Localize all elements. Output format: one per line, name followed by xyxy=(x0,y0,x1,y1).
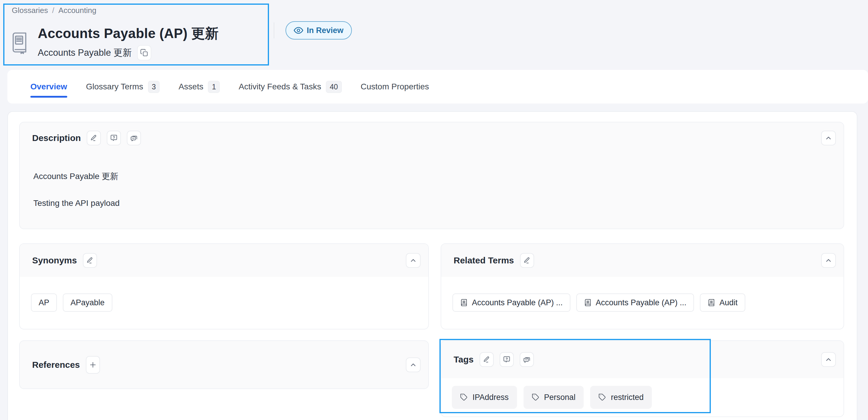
related-term-chip[interactable]: Accounts Payable (AP) ... xyxy=(453,294,570,312)
tag-label: Personal xyxy=(544,393,576,402)
comments-button[interactable] xyxy=(127,131,141,145)
term-book-icon xyxy=(460,299,468,306)
synonym-chip[interactable]: AP xyxy=(31,294,57,312)
status-badge[interactable]: In Review xyxy=(285,21,352,39)
term-book-icon xyxy=(584,299,592,306)
tags-title: Tags xyxy=(454,355,474,365)
request-question-button[interactable] xyxy=(500,352,514,367)
edit-synonyms-button[interactable] xyxy=(83,253,97,268)
tag-chip[interactable]: IPAddress xyxy=(452,386,517,409)
edit-tags-button[interactable] xyxy=(479,352,494,367)
collapse-description-button[interactable] xyxy=(821,131,836,145)
tab-count-badge: 40 xyxy=(326,81,342,93)
tab-label: Overview xyxy=(30,82,67,91)
references-card: References xyxy=(19,340,429,389)
tag-icon xyxy=(460,393,468,401)
breadcrumb-accounting[interactable]: Accounting xyxy=(58,6,96,15)
add-reference-button[interactable] xyxy=(86,356,100,374)
related-terms-title: Related Terms xyxy=(454,256,514,266)
related-term-chip[interactable]: Accounts Payable (AP) ... xyxy=(576,294,694,312)
header-divider xyxy=(274,22,274,38)
description-title: Description xyxy=(32,133,81,143)
related-term-label: Audit xyxy=(719,298,738,307)
breadcrumb-separator: / xyxy=(52,6,54,15)
breadcrumb: Glossaries / Accounting xyxy=(12,6,96,15)
synonym-chip[interactable]: APayable xyxy=(63,294,112,312)
overview-panel: Description xyxy=(7,111,857,420)
collapse-related-terms-button[interactable] xyxy=(821,253,836,268)
collapse-tags-button[interactable] xyxy=(821,352,836,367)
tab-activity-feeds-tasks[interactable]: Activity Feeds & Tasks 40 xyxy=(239,70,342,103)
tag-chip[interactable]: restricted xyxy=(590,386,652,409)
tab-count-badge: 3 xyxy=(148,81,160,93)
collapse-references-button[interactable] xyxy=(406,357,421,372)
tab-assets[interactable]: Assets 1 xyxy=(179,70,220,103)
request-question-button[interactable] xyxy=(107,131,121,145)
description-paragraph: Testing the API payload xyxy=(33,199,830,208)
tab-count-badge: 1 xyxy=(208,81,220,93)
synonyms-title: Synonyms xyxy=(32,256,77,266)
related-term-chip[interactable]: Audit xyxy=(700,294,745,312)
page-subtitle: Accounts Payable 更新 xyxy=(38,47,132,59)
tab-bar: Overview Glossary Terms 3 Assets 1 Activ… xyxy=(7,70,868,103)
comments-button[interactable] xyxy=(520,352,534,367)
status-badge-label: In Review xyxy=(307,26,344,35)
tag-label: IPAddress xyxy=(472,393,509,402)
edit-related-terms-button[interactable] xyxy=(520,253,534,268)
edit-description-button[interactable] xyxy=(87,131,101,145)
related-terms-card: Related Terms Accounts Payable (AP) ... xyxy=(441,243,844,329)
glossary-term-book-icon xyxy=(10,31,29,60)
tag-icon xyxy=(598,393,606,401)
copy-name-button[interactable] xyxy=(137,45,151,60)
tab-label: Assets xyxy=(179,82,203,91)
tag-chip[interactable]: Personal xyxy=(524,386,584,409)
tab-overview[interactable]: Overview xyxy=(30,70,67,103)
eye-icon xyxy=(294,26,303,35)
breadcrumb-glossaries[interactable]: Glossaries xyxy=(12,6,48,15)
tab-custom-properties[interactable]: Custom Properties xyxy=(361,70,429,103)
references-title: References xyxy=(32,360,80,370)
tag-label: restricted xyxy=(611,393,644,402)
tab-label: Activity Feeds & Tasks xyxy=(239,82,321,91)
tab-label: Glossary Terms xyxy=(86,82,143,91)
related-term-label: Accounts Payable (AP) ... xyxy=(472,298,563,307)
description-card: Description xyxy=(19,122,844,229)
tab-label: Custom Properties xyxy=(361,82,429,91)
collapse-synonyms-button[interactable] xyxy=(406,253,421,268)
page-title: Accounts Payable (AP) 更新 xyxy=(38,26,219,41)
tab-glossary-terms[interactable]: Glossary Terms 3 xyxy=(86,70,160,103)
synonyms-card: Synonyms AP APayable xyxy=(19,243,429,329)
related-term-label: Accounts Payable (AP) ... xyxy=(596,298,687,307)
tags-card: Tags xyxy=(441,340,844,417)
description-paragraph: Accounts Payable 更新 xyxy=(33,171,830,182)
term-book-icon xyxy=(708,299,715,306)
tag-icon xyxy=(532,393,539,401)
